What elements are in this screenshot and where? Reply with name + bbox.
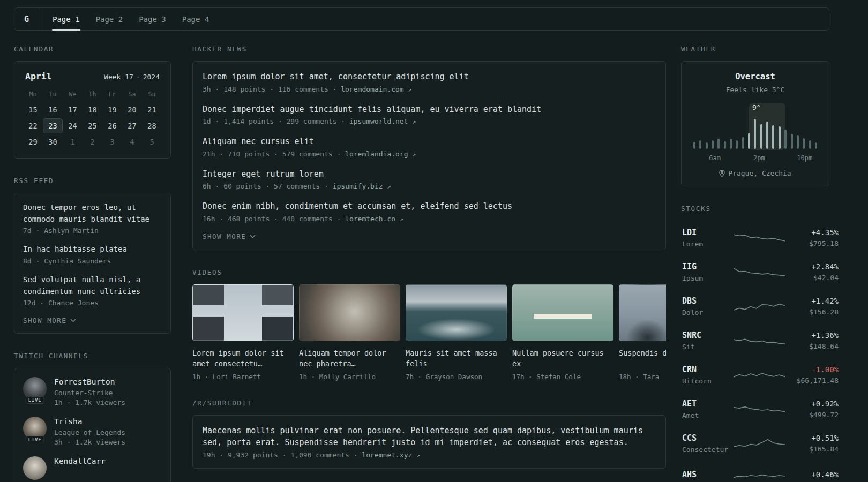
hn-item-link[interactable]: Lorem ipsum dolor sit amet, consectetur … — [203, 71, 656, 83]
weather-chart: 9° — [693, 103, 817, 150]
video-title-link[interactable]: Nullam posuere cursus ex — [512, 348, 613, 370]
calendar-widget: CALENDAR April Week 17·2024 Mo Tu We Th … — [14, 45, 171, 159]
video-title-link[interactable]: Lorem ipsum dolor sit amet consectetu… — [192, 348, 294, 370]
stock-name: Lorem — [682, 240, 734, 248]
stock-row[interactable]: DBSDolor +1.42%$156.28 — [681, 289, 829, 323]
video-thumbnail[interactable] — [406, 284, 507, 341]
rss-show-more-button[interactable]: SHOW MORE — [23, 317, 162, 325]
video-thumbnail[interactable] — [192, 284, 294, 341]
rss-card: Donec tempor eros leo, ut commodo mauris… — [14, 193, 171, 334]
stocks-list: LDILorem +4.35%$795.18 IIGIpsum +2.84%$4… — [681, 221, 829, 482]
stock-row[interactable]: IIGIpsum +2.84%$42.04 — [681, 255, 829, 289]
video-card[interactable]: Aliquam tempor dolor nec pharetra… 1h · … — [299, 284, 400, 381]
calendar-header: April Week 17·2024 — [23, 70, 162, 81]
video-thumbnail[interactable] — [619, 284, 666, 341]
stock-price: $42.04 — [785, 274, 839, 282]
reddit-domain-link[interactable]: loremnet.xyz ↗ — [362, 451, 420, 459]
reddit-post: Maecenas mollis pulvinar erat non posuer… — [203, 425, 656, 459]
rss-item-link[interactable]: In hac habitasse platea — [23, 244, 162, 255]
videos-widget: VIDEOS Lorem ipsum dolor sit amet consec… — [192, 268, 666, 381]
calendar-day: 15 — [23, 102, 43, 117]
calendar-day-out: 3 — [102, 134, 122, 149]
rss-item-link[interactable]: Donec tempor eros leo, ut commodo mauris… — [23, 202, 162, 225]
hn-item-link[interactable]: Aliquam nec cursus elit — [203, 135, 656, 148]
stock-row[interactable]: CCSConsectetur +0.51%$165.84 — [681, 426, 829, 461]
stock-sparkline — [734, 367, 785, 383]
video-card[interactable]: Suspendis diam 18h · Tara — [619, 284, 666, 381]
twitch-channel-row[interactable]: KendallCarr — [23, 456, 162, 480]
twitch-widget: TWITCH CHANNELS LIVE ForrestBurton Count… — [14, 352, 171, 482]
calendar-day: 22 — [23, 118, 43, 133]
hn-item-link[interactable]: Donec enim nibh, condimentum et accumsan… — [203, 200, 656, 213]
calendar-day: 16 — [43, 102, 63, 117]
video-meta: 17h · Stefan Cole — [512, 373, 613, 381]
stock-sparkline — [734, 298, 785, 314]
channel-name-link[interactable]: KendallCarr — [54, 456, 106, 465]
video-title-link[interactable]: Suspendis diam — [619, 348, 666, 370]
rss-item-meta: 7d · Ashlyn Martin — [23, 227, 162, 235]
video-title-link[interactable]: Aliquam tempor dolor nec pharetra… — [299, 348, 400, 370]
video-card[interactable]: Lorem ipsum dolor sit amet consectetu… 1… — [192, 284, 294, 381]
videos-title: VIDEOS — [192, 268, 666, 276]
video-thumbnail[interactable] — [299, 284, 400, 341]
weather-condition: Overcast — [690, 72, 820, 81]
stock-change: +2.84% — [785, 262, 839, 271]
stock-row[interactable]: AHS +0.46% — [681, 461, 829, 482]
tab-page-3[interactable]: Page 3 — [131, 8, 174, 30]
video-thumbnail[interactable] — [512, 284, 613, 341]
app-logo[interactable]: G — [14, 8, 39, 30]
hn-item: Integer eget rutrum lorem 6h · 60 points… — [203, 168, 656, 191]
stock-row[interactable]: SNRCSit +1.36%$148.64 — [681, 323, 829, 358]
weather-time-axis: 6am 2pm 10pm — [690, 154, 820, 162]
hn-item-meta: 3h · 148 points · 116 comments · loremdo… — [203, 85, 656, 93]
hn-item-link[interactable]: Donec imperdiet augue tincidunt felis al… — [203, 103, 656, 116]
twitch-channel-row[interactable]: LIVE ForrestBurton Counter-Strike 1h · 1… — [23, 377, 162, 406]
video-meta: 1h · Lori Barnett — [192, 373, 294, 381]
video-title-link[interactable]: Mauris sit amet massa felis — [406, 348, 507, 370]
channel-meta: 3h · 1.2k viewers — [54, 438, 125, 446]
stock-symbol: SNRC — [682, 330, 734, 340]
video-card[interactable]: Mauris sit amet massa felis 7h · Grayson… — [406, 284, 507, 381]
stock-row[interactable]: LDILorem +4.35%$795.18 — [681, 221, 829, 255]
dashboard-page: G Page 1 Page 2 Page 3 Page 4 CALENDAR A… — [0, 0, 868, 482]
hn-show-more-button[interactable]: SHOW MORE — [203, 232, 656, 240]
channel-name-link[interactable]: ForrestBurton — [54, 377, 125, 386]
stock-row[interactable]: CRNBitcorn -1.00%$66,171.48 — [681, 358, 829, 392]
stock-symbol: DBS — [682, 296, 734, 306]
reddit-post-link[interactable]: Maecenas mollis pulvinar erat non posuer… — [203, 425, 656, 449]
rss-title: RSS FEED — [14, 177, 171, 185]
hackernews-title: HACKER NEWS — [192, 45, 666, 53]
tab-page-1[interactable]: Page 1 — [44, 8, 88, 30]
weather-title: WEATHER — [681, 45, 829, 53]
subreddit-widget: /R/SUBREDDIT Maecenas mollis pulvinar er… — [192, 399, 666, 469]
external-link-icon: ↗ — [412, 118, 416, 125]
weather-widget: WEATHER Overcast Feels like 5°C 9° 6am 2… — [681, 45, 829, 186]
rss-item-link[interactable]: Sed volutpat nulla nisl, a condimentum n… — [23, 274, 162, 297]
calendar-day: 29 — [23, 134, 43, 149]
hn-item-link[interactable]: Integer eget rutrum lorem — [203, 168, 656, 180]
stock-change: +0.92% — [785, 400, 839, 408]
tab-page-2[interactable]: Page 2 — [88, 8, 131, 30]
rss-item: In hac habitasse platea 8d · Cynthia Sau… — [23, 244, 162, 265]
calendar-week-year: Week 17·2024 — [104, 73, 160, 81]
stock-change: +0.46% — [785, 470, 839, 479]
calendar-day-out: 4 — [122, 134, 142, 149]
video-card[interactable]: Nullam posuere cursus ex 17h · Stefan Co… — [512, 284, 613, 381]
topbar: G Page 1 Page 2 Page 3 Page 4 — [14, 7, 829, 31]
hn-domain-link[interactable]: loremtech.co ↗ — [345, 215, 403, 223]
calendar-day: 20 — [122, 102, 142, 117]
hn-domain-link[interactable]: ipsumify.biz ↗ — [333, 182, 391, 190]
external-link-icon: ↗ — [412, 150, 416, 158]
tab-page-4[interactable]: Page 4 — [174, 8, 218, 30]
calendar-day: 28 — [142, 118, 162, 133]
twitch-title: TWITCH CHANNELS — [14, 352, 171, 360]
stock-change: -1.00% — [785, 365, 839, 374]
channel-name-link[interactable]: Trisha — [54, 417, 125, 426]
hn-domain-link[interactable]: ipsumworld.net ↗ — [349, 117, 416, 125]
calendar-grid: 15 16 17 18 19 20 21 22 23 24 25 26 27 2… — [23, 102, 162, 149]
twitch-channel-row[interactable]: LIVE Trisha League of Legends 3h · 1.2k … — [23, 417, 162, 446]
hn-item-meta: 16h · 468 points · 440 comments · loremt… — [203, 215, 656, 223]
hn-domain-link[interactable]: loremdomain.com ↗ — [341, 85, 411, 93]
hn-domain-link[interactable]: loremlandia.org ↗ — [345, 150, 416, 158]
stock-row[interactable]: AETAmet +0.92%$499.72 — [681, 392, 829, 426]
